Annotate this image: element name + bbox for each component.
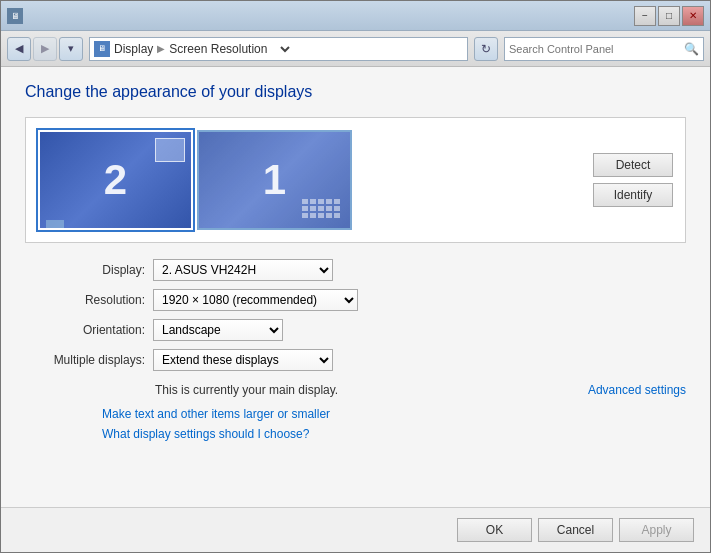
title-bar: 🖥 − □ ✕ [1,1,710,31]
page-title: Change the appearance of your displays [25,83,686,101]
orientation-row: Orientation: Landscape [25,319,686,341]
refresh-button[interactable]: ↻ [474,37,498,61]
text-size-link[interactable]: Make text and other items larger or smal… [25,407,686,421]
address-bar: ◀ ▶ ▾ 🖥 Display ▶ Screen Resolution ↻ 🔍 [1,31,710,67]
display-2-number: 2 [104,156,127,204]
back-button[interactable]: ◀ [7,37,31,61]
multiple-displays-select[interactable]: Extend these displays [153,349,333,371]
display-preview-container: 2 1 [25,117,686,243]
display-actions: Detect Identify [593,153,673,207]
main-window: 🖥 − □ ✕ ◀ ▶ ▾ 🖥 Display ▶ Screen Resolut… [0,0,711,553]
main-display-info: This is currently your main display. [155,383,338,397]
search-input[interactable] [509,43,680,55]
display-1-keyboard [300,197,342,220]
display-2-stand [46,220,64,228]
breadcrumb-root: Display [114,42,153,56]
multiple-displays-label: Multiple displays: [25,353,145,367]
breadcrumb: Display ▶ Screen Resolution [114,42,267,56]
cancel-button[interactable]: Cancel [538,518,613,542]
minimize-button[interactable]: − [634,6,656,26]
forward-button[interactable]: ▶ [33,37,57,61]
maximize-button[interactable]: □ [658,6,680,26]
displays-area: 2 1 [38,130,581,230]
ok-button[interactable]: OK [457,518,532,542]
search-icon: 🔍 [684,42,699,56]
display-row: Display: 2. ASUS VH242H [25,259,686,281]
form-area: Display: 2. ASUS VH242H Resolution: 1920… [25,259,686,371]
window-icon: 🖥 [7,8,23,24]
breadcrumb-current: Screen Resolution [169,42,267,56]
apply-button[interactable]: Apply [619,518,694,542]
address-box[interactable]: 🖥 Display ▶ Screen Resolution [89,37,468,61]
display-2-icon [155,138,185,162]
button-bar: OK Cancel Apply [1,507,710,552]
advanced-settings-link[interactable]: Advanced settings [588,383,686,397]
identify-button[interactable]: Identify [593,183,673,207]
multiple-displays-row: Multiple displays: Extend these displays [25,349,686,371]
info-row: This is currently your main display. Adv… [25,383,686,397]
detect-button[interactable]: Detect [593,153,673,177]
address-icon: 🖥 [94,41,110,57]
dropdown-button[interactable]: ▾ [59,37,83,61]
content-area: Change the appearance of your displays 2… [1,67,710,507]
resolution-label: Resolution: [25,293,145,307]
display-2[interactable]: 2 [38,130,193,230]
title-bar-controls: − □ ✕ [634,6,704,26]
display-1-number: 1 [263,156,286,204]
address-dropdown[interactable] [273,42,293,56]
breadcrumb-sep: ▶ [157,43,165,54]
orientation-label: Orientation: [25,323,145,337]
title-bar-left: 🖥 [7,8,23,24]
resolution-select[interactable]: 1920 × 1080 (recommended) [153,289,358,311]
display-1[interactable]: 1 [197,130,352,230]
orientation-select[interactable]: Landscape [153,319,283,341]
nav-buttons: ◀ ▶ ▾ [7,37,83,61]
close-button[interactable]: ✕ [682,6,704,26]
resolution-row: Resolution: 1920 × 1080 (recommended) [25,289,686,311]
display-select[interactable]: 2. ASUS VH242H [153,259,333,281]
display-label: Display: [25,263,145,277]
search-box[interactable]: 🔍 [504,37,704,61]
display-settings-link[interactable]: What display settings should I choose? [25,427,686,441]
